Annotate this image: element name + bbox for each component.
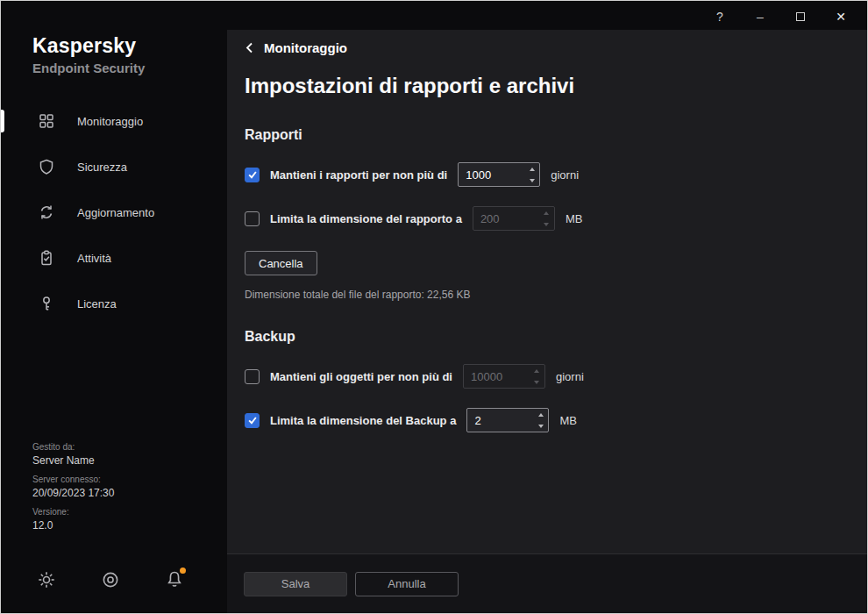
breadcrumb-label: Monitoraggio (264, 40, 347, 55)
version-value: 12.0 (32, 519, 114, 532)
spin-up-icon[interactable] (530, 365, 544, 376)
number-field (473, 206, 555, 231)
refresh-icon (38, 203, 55, 221)
shield-icon (38, 158, 55, 175)
spin-down-icon[interactable] (530, 376, 544, 388)
stepper[interactable] (533, 409, 548, 432)
report-total-size-info: Dimensione totale del file del rapporto:… (245, 289, 850, 301)
clipboard-icon (38, 249, 55, 267)
report-size-limit-input[interactable] (473, 207, 539, 230)
app-window: ? – ✕ Kaspersky Endpoint Security Monito… (0, 0, 868, 614)
spin-up-icon[interactable] (524, 163, 539, 175)
setting-row-keep-objects: Mantieni gli oggetti per non più di gior… (245, 364, 850, 389)
reports-section-heading: Rapporti (245, 127, 850, 143)
stepper[interactable] (524, 163, 539, 186)
spin-down-icon[interactable] (539, 218, 554, 230)
check-icon (247, 169, 258, 180)
brand-name: Kaspersky (32, 34, 227, 58)
maximize-button[interactable] (783, 4, 818, 29)
sidebar-item-monitoraggio[interactable]: Monitoraggio (1, 98, 227, 144)
unit-label: MB (559, 414, 577, 427)
sidebar-item-attivita[interactable]: Attività (1, 235, 227, 281)
notification-dot (180, 568, 186, 574)
sidebar-item-label: Monitoraggio (77, 115, 143, 128)
number-field (466, 408, 549, 432)
notifications-button[interactable] (164, 569, 185, 590)
sidebar-nav: Monitoraggio Sicurezza (1, 98, 227, 326)
server-connected-value: 20/09/2023 17:30 (32, 487, 114, 499)
brand-product: Endpoint Security (32, 61, 227, 75)
sidebar-tools (36, 569, 185, 590)
checkbox-keep-objects[interactable] (245, 369, 260, 384)
sidebar-item-sicurezza[interactable]: Sicurezza (1, 144, 227, 189)
cancel-button[interactable]: Annulla (355, 572, 459, 596)
version-label: Versione: (32, 507, 114, 517)
spin-up-icon[interactable] (539, 207, 554, 218)
breadcrumb[interactable]: Monitoraggio (245, 40, 347, 55)
sidebar-item-label: Licenza (77, 297, 117, 311)
settings-button[interactable] (36, 569, 57, 590)
setting-label: Mantieni i rapporti per non più di (270, 168, 447, 182)
minimize-button[interactable]: – (743, 4, 778, 29)
help-button[interactable]: ? (702, 4, 737, 29)
close-button[interactable]: ✕ (823, 4, 858, 29)
checkbox-keep-reports[interactable] (245, 168, 260, 182)
number-field (463, 364, 545, 389)
action-bar: Salva Annulla (227, 553, 867, 613)
sidebar: Kaspersky Endpoint Security Monitoraggio (1, 1, 227, 613)
setting-row-limit-report-size: Limita la dimensione del rapporto a MB (245, 206, 850, 231)
unit-label: MB (566, 212, 583, 225)
key-icon (38, 295, 55, 312)
sidebar-item-licenza[interactable]: Licenza (1, 281, 227, 326)
setting-label: Limita la dimensione del rapporto a (270, 212, 462, 225)
grid-icon (38, 112, 55, 130)
checkbox-limit-backup-size[interactable] (245, 413, 260, 428)
spin-down-icon[interactable] (533, 420, 548, 432)
sidebar-item-aggiornamento[interactable]: Aggiornamento (1, 189, 227, 235)
sidebar-item-label: Aggiornamento (77, 206, 154, 219)
maximize-icon (796, 12, 805, 21)
setting-label: Mantieni gli oggetti per non più di (270, 370, 452, 383)
back-chevron-icon (245, 41, 254, 54)
spin-down-icon[interactable] (524, 175, 539, 186)
server-info: Gestito da: Server Name Server connesso:… (32, 442, 114, 532)
support-icon (100, 569, 121, 590)
server-connected-label: Server connesso: (32, 475, 114, 484)
sidebar-item-label: Sicurezza (77, 161, 127, 174)
gear-icon (36, 569, 57, 590)
unit-label: giorni (556, 370, 584, 383)
page-title: Impostazioni di rapporti e archivi (245, 74, 850, 98)
keep-objects-days-input[interactable] (464, 365, 530, 388)
setting-row-keep-reports: Mantieni i rapporti per non più di giorn… (245, 162, 850, 187)
backup-size-limit-input[interactable] (467, 409, 533, 432)
titlebar: ? – ✕ (1, 1, 867, 32)
main-content: Monitoraggio Impostazioni di rapporti e … (227, 30, 867, 613)
spin-up-icon[interactable] (533, 409, 548, 420)
stepper[interactable] (530, 365, 544, 388)
brand-logo: Kaspersky Endpoint Security (32, 34, 227, 75)
setting-row-limit-backup-size: Limita la dimensione del Backup a MB (245, 408, 850, 432)
managed-by-label: Gestito da: (32, 442, 114, 452)
stepper[interactable] (539, 207, 554, 230)
setting-label: Limita la dimensione del Backup a (270, 414, 456, 427)
managed-by-value: Server Name (32, 454, 114, 467)
unit-label: giorni (551, 168, 579, 182)
save-button[interactable]: Salva (244, 572, 347, 596)
backup-section-heading: Backup (245, 329, 850, 345)
keep-reports-days-input[interactable] (459, 163, 524, 186)
checkbox-limit-report-size[interactable] (245, 211, 260, 226)
sidebar-item-label: Attività (77, 252, 111, 265)
number-field (458, 162, 540, 187)
support-button[interactable] (100, 569, 121, 590)
active-indicator (1, 110, 4, 132)
check-icon (247, 415, 258, 425)
clear-button[interactable]: Cancella (245, 251, 317, 275)
